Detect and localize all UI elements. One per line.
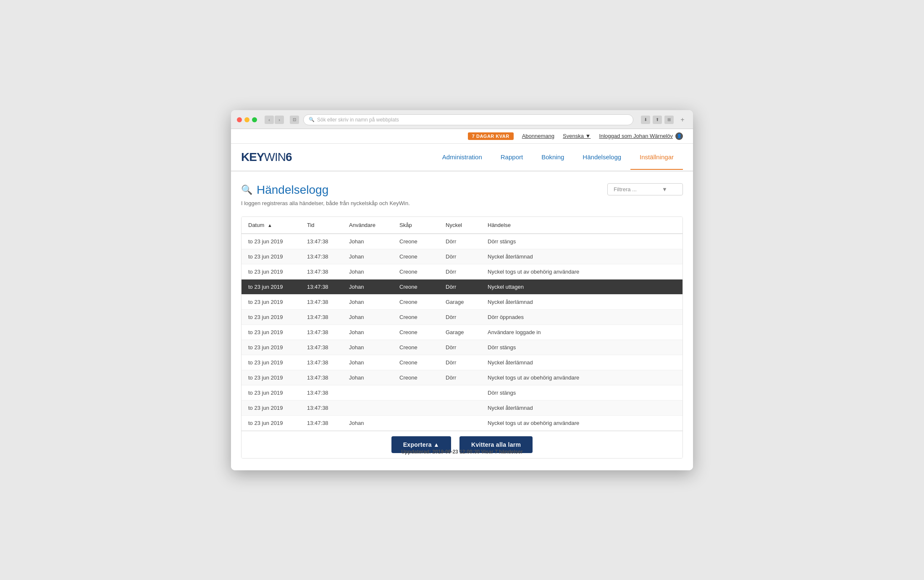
table-row[interactable]: to 23 jun 201913:47:38JohanCreoneDörrDör… bbox=[242, 340, 682, 355]
grid-view-button[interactable]: ⊞ bbox=[664, 116, 674, 124]
top-bar: 7 DAGAR KVAR Abonnemang Svenska ▼ Inlogg… bbox=[231, 129, 693, 144]
page-title: 🔍 Händelselogg bbox=[241, 183, 410, 197]
back-button[interactable]: ‹ bbox=[265, 116, 274, 124]
page-subtitle: I loggen registreras alla händelser, båd… bbox=[241, 200, 410, 206]
cell-nyckel bbox=[439, 385, 481, 400]
cell-handelse: Nyckel togs ut av obehörig användare bbox=[481, 370, 682, 385]
cell-nyckel bbox=[439, 400, 481, 415]
page-header: 🔍 Händelselogg I loggen registreras alla… bbox=[241, 183, 683, 206]
browser-actions: ⬇ ⬆ ⊞ bbox=[641, 116, 674, 124]
cell-skap: Creone bbox=[393, 324, 439, 340]
cell-skap: Creone bbox=[393, 264, 439, 279]
cell-skap: Creone bbox=[393, 249, 439, 264]
table-row[interactable]: to 23 jun 201913:47:38JohanCreoneDörrNyc… bbox=[242, 279, 682, 294]
cell-tid: 13:47:38 bbox=[300, 355, 342, 370]
cell-skap: Creone bbox=[393, 279, 439, 294]
download-button[interactable]: ⬇ bbox=[641, 116, 650, 124]
table-header-row: Datum ▲ Tid Användare Skåp bbox=[242, 217, 682, 234]
fullscreen-button[interactable] bbox=[252, 117, 257, 122]
filter-placeholder: Filtrera ... bbox=[614, 186, 637, 192]
cell-anvandare: Johan bbox=[342, 324, 393, 340]
address-bar[interactable]: 🔍 Sök eller skriv in namn på webbplats bbox=[303, 114, 633, 125]
cell-skap: Creone bbox=[393, 309, 439, 324]
cell-datum: to 23 jun 2019 bbox=[242, 234, 300, 249]
cell-nyckel: Garage bbox=[439, 294, 481, 309]
nav-item-bokning[interactable]: Bokning bbox=[532, 145, 573, 169]
cell-tid: 13:47:38 bbox=[300, 400, 342, 415]
nav-item-handelselogg[interactable]: Händelselogg bbox=[573, 145, 630, 169]
table-row[interactable]: to 23 jun 201913:47:38JohanCreoneGarageA… bbox=[242, 324, 682, 340]
cell-datum: to 23 jun 2019 bbox=[242, 294, 300, 309]
cell-nyckel: Dörr bbox=[439, 264, 481, 279]
user-menu[interactable]: Inloggad som Johan Wärnelöv 👤 bbox=[599, 132, 683, 140]
cell-skap: Creone bbox=[393, 340, 439, 355]
cell-datum: to 23 jun 2019 bbox=[242, 415, 300, 430]
nav-item-rapport[interactable]: Rapport bbox=[491, 145, 532, 169]
cell-tid: 13:47:38 bbox=[300, 294, 342, 309]
table-footer: Exportera ▲ Kvittera alla larm Uppdatera… bbox=[242, 431, 682, 458]
cell-datum: to 23 jun 2019 bbox=[242, 340, 300, 355]
cell-handelse: Dörr stängs bbox=[481, 385, 682, 400]
cell-tid: 13:47:38 bbox=[300, 324, 342, 340]
lock-icon: 🔍 bbox=[241, 185, 252, 195]
new-tab-button[interactable]: + bbox=[678, 116, 687, 124]
cell-anvandare: Johan bbox=[342, 264, 393, 279]
cell-tid: 13:47:38 bbox=[300, 279, 342, 294]
table-row[interactable]: to 23 jun 201913:47:38JohanCreoneDörrNyc… bbox=[242, 355, 682, 370]
main-navigation: KEYWIN6 Administration Rapport Bokning H… bbox=[231, 144, 693, 171]
table-row[interactable]: to 23 jun 201913:47:38JohanCreoneDörrDör… bbox=[242, 309, 682, 324]
cell-skap bbox=[393, 385, 439, 400]
table-row[interactable]: to 23 jun 201913:47:38JohanNyckel togs u… bbox=[242, 415, 682, 430]
table-row[interactable]: to 23 jun 201913:47:38JohanCreoneDörrNyc… bbox=[242, 370, 682, 385]
forward-button[interactable]: › bbox=[275, 116, 284, 124]
nav-item-administration[interactable]: Administration bbox=[433, 145, 491, 169]
chevron-down-icon: ▼ bbox=[662, 186, 667, 192]
cell-anvandare: Johan bbox=[342, 415, 393, 430]
cell-nyckel: Dörr bbox=[439, 279, 481, 294]
traffic-lights bbox=[237, 117, 257, 122]
cell-nyckel: Dörr bbox=[439, 370, 481, 385]
cell-datum: to 23 jun 2019 bbox=[242, 279, 300, 294]
share-button[interactable]: ⬆ bbox=[653, 116, 662, 124]
cell-handelse: Nyckel togs ut av obehörig användare bbox=[481, 415, 682, 430]
cell-handelse: Dörr stängs bbox=[481, 340, 682, 355]
cell-skap: Creone bbox=[393, 234, 439, 249]
nav-item-installningar[interactable]: Inställningar bbox=[630, 145, 683, 169]
table-row[interactable]: to 23 jun 201913:47:38Dörr stängs bbox=[242, 385, 682, 400]
language-selector[interactable]: Svenska ▼ bbox=[563, 133, 591, 139]
table-row[interactable]: to 23 jun 201913:47:38JohanCreoneGarageN… bbox=[242, 294, 682, 309]
cell-handelse: Nyckel återlämnad bbox=[481, 355, 682, 370]
cell-anvandare: Johan bbox=[342, 234, 393, 249]
logo-text: KEYWIN6 bbox=[241, 150, 292, 163]
table-row[interactable]: to 23 jun 201913:47:38JohanCreoneDörrNyc… bbox=[242, 264, 682, 279]
cell-datum: to 23 jun 2019 bbox=[242, 324, 300, 340]
cell-datum: to 23 jun 2019 bbox=[242, 309, 300, 324]
cell-handelse: Användare loggade in bbox=[481, 324, 682, 340]
close-button[interactable] bbox=[237, 117, 242, 122]
cell-nyckel: Dörr bbox=[439, 234, 481, 249]
table-row[interactable]: to 23 jun 201913:47:38JohanCreoneDörrDör… bbox=[242, 234, 682, 249]
search-icon: 🔍 bbox=[309, 117, 315, 122]
page-content: 🔍 Händelselogg I loggen registreras alla… bbox=[231, 171, 693, 470]
cell-datum: to 23 jun 2019 bbox=[242, 355, 300, 370]
table-row[interactable]: to 23 jun 201913:47:38Nyckel återlämnad bbox=[242, 400, 682, 415]
column-anvandare: Användare bbox=[342, 217, 393, 234]
minimize-button[interactable] bbox=[244, 117, 249, 122]
column-datum[interactable]: Datum ▲ bbox=[242, 217, 300, 234]
cell-tid: 13:47:38 bbox=[300, 249, 342, 264]
cell-handelse: Nyckel uttagen bbox=[481, 279, 682, 294]
cell-handelse: Dörr öppnades bbox=[481, 309, 682, 324]
cell-skap: Creone bbox=[393, 294, 439, 309]
cell-tid: 13:47:38 bbox=[300, 264, 342, 279]
cell-nyckel: Dörr bbox=[439, 309, 481, 324]
cell-skap bbox=[393, 400, 439, 415]
cell-nyckel bbox=[439, 415, 481, 430]
cell-tid: 13:47:38 bbox=[300, 385, 342, 400]
cell-tid: 13:47:38 bbox=[300, 234, 342, 249]
table-row[interactable]: to 23 jun 201913:47:38JohanCreoneDörrNyc… bbox=[242, 249, 682, 264]
subscription-link[interactable]: Abonnemang bbox=[522, 133, 554, 139]
address-text: Sök eller skriv in namn på webbplats bbox=[317, 117, 399, 123]
cell-tid: 13:47:38 bbox=[300, 415, 342, 430]
filter-dropdown[interactable]: Filtrera ... ▼ bbox=[607, 183, 683, 195]
tab-overview-button[interactable]: ⊡ bbox=[290, 116, 299, 124]
